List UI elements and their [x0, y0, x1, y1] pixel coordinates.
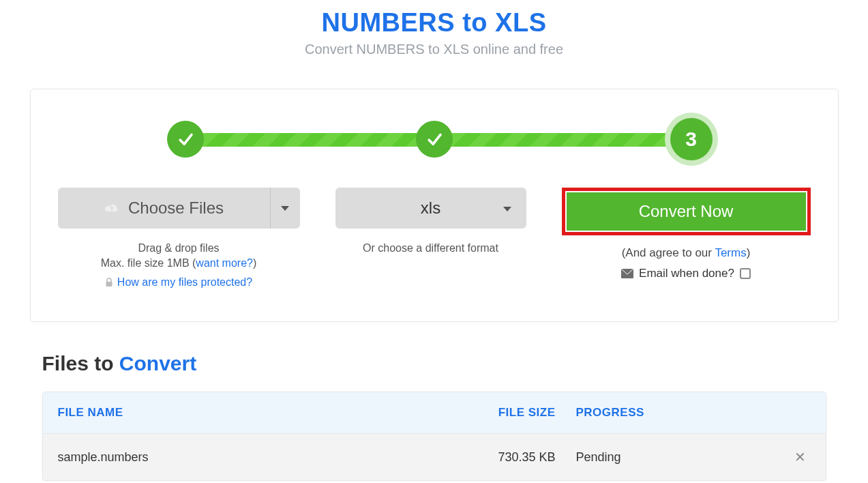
step-3-number: 3 — [685, 128, 697, 151]
choose-files-label: Choose Files — [128, 199, 224, 218]
files-table-header: FILE NAME FILE SIZE PROGRESS — [43, 392, 826, 434]
choose-files-dropdown[interactable] — [270, 188, 300, 229]
choose-files-column: Choose Files Drag & drop files Max. file… — [58, 188, 300, 289]
files-table: FILE NAME FILE SIZE PROGRESS sample.numb… — [42, 392, 826, 481]
envelope-icon — [621, 269, 633, 278]
converter-panel: 3 Choose Files Drag & drop files Max. fi… — [30, 89, 839, 322]
convert-button-highlight: Convert Now — [562, 188, 811, 235]
caret-down-icon — [281, 206, 289, 211]
svg-rect-0 — [106, 282, 112, 287]
col-file-name: FILE NAME — [58, 406, 453, 420]
progress-stepper: 3 — [174, 117, 695, 164]
email-when-done-label: Email when done? — [639, 267, 734, 280]
format-hint: Or choose a different format — [363, 242, 498, 254]
step-2-node — [416, 121, 453, 158]
format-column: xls Or choose a different format — [335, 188, 526, 254]
lock-icon — [105, 278, 113, 287]
output-format-value: xls — [421, 199, 440, 218]
files-protected-link[interactable]: How are my files protected? — [117, 276, 252, 289]
page-subtitle: Convert NUMBERS to XLS online and free — [0, 42, 868, 57]
email-when-done-checkbox[interactable] — [740, 268, 751, 279]
convert-column: Convert Now (And agree to our Terms) Ema… — [562, 188, 811, 280]
caret-down-icon — [503, 207, 511, 211]
output-format-select[interactable]: xls — [335, 188, 526, 229]
file-size-cell: 730.35 KB — [453, 450, 556, 465]
choose-files-button[interactable]: Choose Files — [58, 188, 270, 229]
upload-cloud-icon — [104, 202, 120, 214]
max-size-hint: Max. file size 1MB (want more?) — [101, 257, 257, 269]
check-icon — [175, 129, 196, 149]
want-more-link[interactable]: want more? — [196, 257, 253, 269]
terms-link[interactable]: Terms — [715, 246, 746, 259]
remove-file-button[interactable]: ✕ — [790, 449, 811, 465]
file-name-cell: sample.numbers — [58, 450, 453, 465]
files-to-convert-heading: Files to Convert — [42, 352, 826, 375]
page-title: NUMBERS to XLS — [0, 8, 868, 38]
agree-terms-text: (And agree to our Terms) — [622, 246, 751, 260]
step-3-node: 3 — [670, 118, 713, 160]
table-row: sample.numbers 730.35 KB Pending ✕ — [43, 434, 826, 480]
convert-now-button[interactable]: Convert Now — [567, 192, 806, 231]
drag-drop-hint: Drag & drop files — [138, 242, 219, 254]
col-file-size: FILE SIZE — [453, 406, 556, 420]
step-1-node — [167, 121, 204, 158]
col-progress: PROGRESS — [556, 406, 811, 420]
file-progress-cell: Pending — [556, 450, 790, 465]
check-icon — [424, 129, 445, 149]
